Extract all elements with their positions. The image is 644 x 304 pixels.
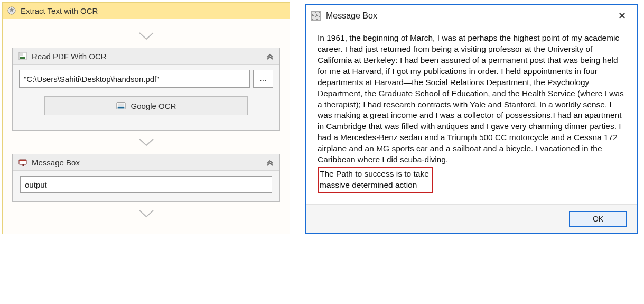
svg-rect-6: [117, 104, 124, 106]
close-icon: ✕: [618, 10, 626, 22]
drop-indicator[interactable]: [12, 131, 280, 154]
close-button[interactable]: ✕: [611, 5, 632, 26]
dialog-app-icon: [311, 11, 321, 21]
ocr-engine-label: Google OCR: [131, 102, 176, 110]
browse-button[interactable]: ...: [253, 70, 273, 88]
sequence-header[interactable]: Extract Text with OCR: [3, 3, 290, 19]
runtime-dialog: Message Box ✕ In 1961, the beginning of …: [305, 4, 638, 234]
message-box-icon: [18, 158, 27, 167]
ok-button[interactable]: OK: [569, 211, 627, 227]
sequence-body: Read PDF With OCR ... Google OCR: [3, 19, 290, 234]
activity-title-read-pdf: Read PDF With OCR: [32, 52, 107, 61]
svg-rect-10: [23, 164, 24, 166]
activity-header-read-pdf[interactable]: Read PDF With OCR: [13, 48, 279, 65]
svg-rect-3: [20, 53, 23, 56]
drop-indicator[interactable]: [12, 202, 280, 225]
message-expression-input[interactable]: [20, 176, 272, 193]
activity-header-message-box[interactable]: Message Box: [13, 154, 279, 171]
dialog-body: In 1961, the beginning of March, I was a…: [306, 26, 637, 204]
svg-rect-8: [19, 160, 26, 161]
svg-rect-9: [22, 164, 23, 166]
svg-rect-5: [117, 107, 124, 109]
ocr-engine-activity[interactable]: Google OCR: [44, 96, 248, 115]
svg-rect-2: [20, 57, 25, 59]
collapse-toggle-icon[interactable]: [266, 158, 274, 167]
workflow-sequence: Extract Text with OCR Read PDF With OCR: [2, 2, 290, 234]
dialog-highlight-line1: The Path to success is to take: [320, 169, 429, 180]
ok-button-label: OK: [593, 215, 603, 223]
activity-read-pdf-ocr[interactable]: Read PDF With OCR ... Google OCR: [12, 48, 280, 131]
dialog-main-text: In 1961, the beginning of March, I was a…: [318, 33, 625, 165]
sequence-title: Extract Text with OCR: [21, 6, 98, 15]
sequence-icon: [7, 6, 16, 15]
activity-title-message-box: Message Box: [32, 158, 80, 167]
dialog-footer: OK: [306, 204, 637, 233]
file-path-input[interactable]: [19, 70, 250, 88]
activity-message-box[interactable]: Message Box: [12, 154, 280, 202]
dialog-highlight-line2: massive determined action: [320, 180, 429, 191]
dialog-title: Message Box: [326, 11, 377, 21]
collapse-toggle-icon[interactable]: [266, 52, 274, 60]
drop-indicator[interactable]: [12, 24, 280, 48]
ocr-engine-icon: [116, 101, 126, 110]
dialog-highlight-box: The Path to success is to take massive d…: [318, 167, 433, 193]
dialog-titlebar[interactable]: Message Box ✕: [306, 5, 637, 26]
pdf-icon: [18, 51, 27, 61]
